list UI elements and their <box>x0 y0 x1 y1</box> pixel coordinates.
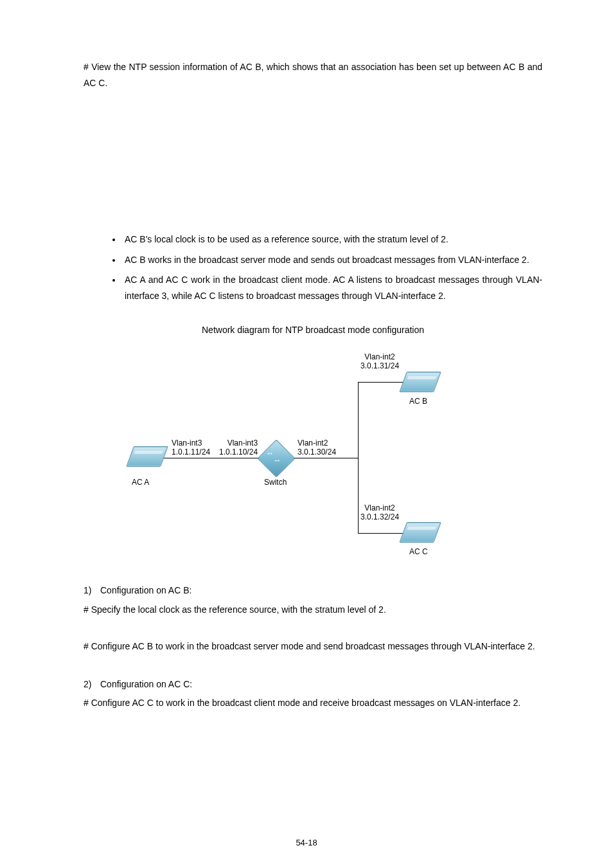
step-2a-text: # Configure AC C to work in the broadcas… <box>84 695 542 711</box>
bullet-item: AC B works in the broadcast server mode … <box>122 252 542 268</box>
network-diagram: Vlan-int3 1.0.1.11/24 AC A ↔ ↔ Vlan-int3… <box>133 350 493 562</box>
ac-a-label: AC A <box>132 478 149 487</box>
spacer <box>84 96 542 231</box>
switch-label: Switch <box>264 478 287 487</box>
device-icon <box>399 372 441 392</box>
step-1b-text: # Configure AC B to work in the broadcas… <box>84 638 542 655</box>
ac-b-interface-label: Vlan-int2 3.0.1.31/24 <box>360 353 399 371</box>
switch-icon: ↔ ↔ <box>257 440 295 478</box>
intro-paragraph: # View the NTP session information of AC… <box>84 59 542 91</box>
config-steps: 1)Configuration on AC B: <box>84 583 542 599</box>
ac-a-interface-label: Vlan-int3 1.0.1.11/24 <box>172 439 210 457</box>
ac-b-label: AC B <box>409 397 427 406</box>
device-icon <box>399 522 441 543</box>
switch-right-interface-label: Vlan-int2 3.0.1.30/24 <box>298 439 336 457</box>
step-1a-text: # Specify the local clock as the referen… <box>84 602 542 618</box>
ac-c-label: AC C <box>409 548 428 557</box>
bullet-list: AC B's local clock is to be used as a re… <box>84 231 542 304</box>
switch-left-interface-label: Vlan-int3 1.0.1.10/24 <box>219 439 258 457</box>
step-2-heading: 2)Configuration on AC C: <box>84 676 542 692</box>
step-1-heading: 1)Configuration on AC B: <box>84 583 542 599</box>
bullet-item: AC A and AC C work in the broadcast clie… <box>122 272 542 304</box>
bullet-item: AC B's local clock is to be used as a re… <box>122 231 542 248</box>
ac-c-interface-label: Vlan-int2 3.0.1.32/24 <box>360 504 399 522</box>
device-icon <box>126 446 168 467</box>
diagram-caption: Network diagram for NTP broadcast mode c… <box>84 322 542 338</box>
page-number: 54-18 <box>0 835 613 850</box>
config-steps: 2)Configuration on AC C: <box>84 676 542 692</box>
